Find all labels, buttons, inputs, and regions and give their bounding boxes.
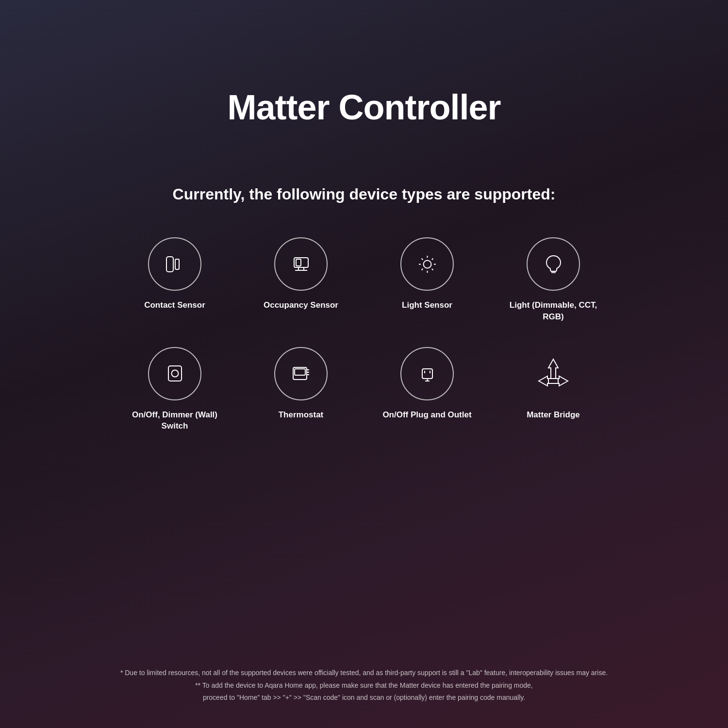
- occupancy-sensor-label: Occupancy Sensor: [264, 299, 338, 311]
- svg-rect-1: [175, 259, 179, 269]
- device-item-wall-switch: On/Off, Dimmer (Wall) Switch: [126, 347, 223, 432]
- svg-rect-0: [166, 257, 173, 272]
- device-item-light-dimmable: Light (Dimmable, CCT, RGB): [505, 237, 602, 323]
- devices-grid: Contact Sensor Occupancy Sensor: [126, 237, 602, 432]
- wall-switch-icon-circle: [148, 347, 201, 400]
- device-item-plug-outlet: On/Off Plug and Outlet: [379, 347, 476, 421]
- page-title: Matter Controller: [227, 87, 500, 127]
- plug-outlet-label: On/Off Plug and Outlet: [382, 409, 471, 421]
- contact-sensor-icon-circle: [148, 237, 201, 291]
- device-item-thermostat: Thermostat: [252, 347, 349, 421]
- svg-point-18: [171, 370, 178, 377]
- footnote2: ** To add the device to Aqara Home app, …: [39, 679, 689, 692]
- footnotes: * Due to limited resources, not all of t…: [0, 667, 728, 704]
- svg-rect-24: [422, 369, 432, 379]
- svg-line-14: [421, 268, 423, 270]
- device-item-occupancy-sensor: Occupancy Sensor: [252, 237, 349, 311]
- thermostat-label: Thermostat: [279, 409, 324, 421]
- subtitle: Currently, the following device types ar…: [173, 185, 556, 203]
- contact-sensor-label: Contact Sensor: [144, 299, 205, 311]
- plug-outlet-icon-circle: [400, 347, 454, 400]
- svg-line-12: [431, 268, 433, 270]
- matter-bridge-label: Matter Bridge: [527, 409, 580, 421]
- occupancy-sensor-icon-circle: [274, 237, 328, 291]
- device-item-contact-sensor: Contact Sensor: [126, 237, 223, 311]
- light-sensor-label: Light Sensor: [402, 299, 452, 311]
- footnote1: * Due to limited resources, not all of t…: [39, 667, 689, 679]
- svg-line-11: [421, 258, 423, 260]
- light-dimmable-label: Light (Dimmable, CCT, RGB): [505, 299, 602, 323]
- svg-line-13: [431, 258, 433, 260]
- light-sensor-icon-circle: [400, 237, 454, 291]
- device-item-light-sensor: Light Sensor: [379, 237, 476, 311]
- matter-bridge-icon: [527, 347, 580, 400]
- device-item-matter-bridge: Matter Bridge: [505, 347, 602, 421]
- svg-marker-29: [548, 359, 558, 379]
- light-dimmable-icon-circle: [527, 237, 580, 291]
- footnote3: proceed to "Home" tab >> "+" >> "Scan co…: [39, 692, 689, 704]
- svg-rect-17: [168, 366, 182, 381]
- wall-switch-label: On/Off, Dimmer (Wall) Switch: [126, 409, 223, 432]
- thermostat-icon-circle: [274, 347, 328, 400]
- svg-rect-5: [296, 259, 301, 266]
- svg-rect-20: [295, 369, 305, 375]
- svg-point-6: [423, 260, 431, 268]
